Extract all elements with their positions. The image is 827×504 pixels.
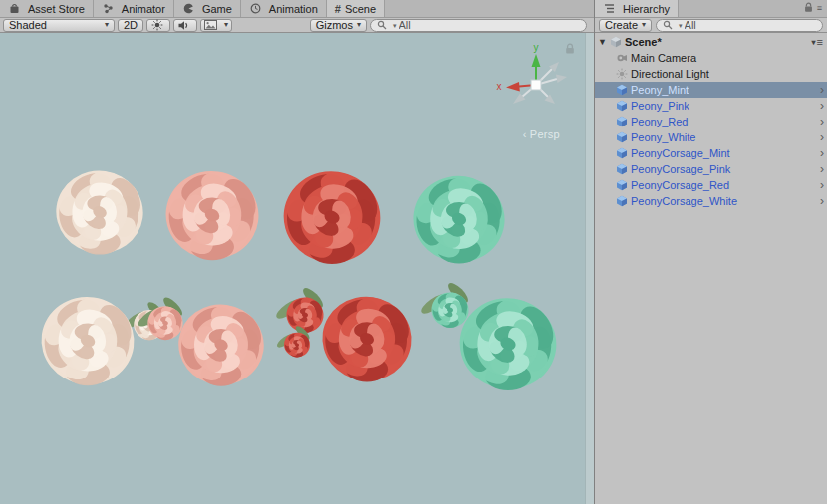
prefab-cube-icon — [615, 116, 628, 127]
gizmo-center-cube[interactable] — [531, 80, 541, 90]
tab-animator[interactable]: Animator — [94, 0, 174, 17]
tab-label: Asset Store — [28, 3, 85, 15]
game-icon — [182, 3, 195, 15]
search-icon — [375, 19, 388, 31]
toggle-2d-label: 2D — [124, 19, 138, 31]
tab-label: Scene — [345, 3, 376, 15]
hierarchy-item-label: PeonyCorsage_Pink — [631, 163, 730, 175]
hierarchy-item-peony-white[interactable]: Peony_White › — [595, 129, 827, 145]
hierarchy-item-label: Directional Light — [631, 68, 709, 80]
scene-audio-button[interactable] — [173, 19, 197, 32]
prefab-cube-icon — [615, 179, 628, 191]
chevron-down-icon: ▾ — [224, 21, 228, 29]
scene-tabbar: Asset Store Animator Game Animation — [0, 0, 594, 18]
scene-root-row[interactable]: ▼ Scene* ▾ ≡ — [595, 34, 827, 50]
hierarchy-item-peony-red[interactable]: Peony_Red › — [595, 114, 827, 129]
hierarchy-tree: ▼ Scene* ▾ ≡ Main Camera — [595, 33, 827, 504]
hierarchy-tab-controls: ≡ — [799, 0, 827, 17]
tab-game[interactable]: Game — [174, 0, 241, 17]
hierarchy-item-peonycorsage-mint[interactable]: PeonyCorsage_Mint › — [595, 145, 827, 161]
tab-label: Animation — [269, 3, 318, 15]
prefab-chevron-icon[interactable]: › — [820, 147, 824, 159]
speaker-icon — [177, 19, 190, 31]
tab-label: Game — [202, 3, 232, 15]
tab-hierarchy[interactable]: Hierarchy — [595, 0, 679, 17]
prefab-cube-icon — [615, 131, 628, 143]
prefab-chevron-icon[interactable]: › — [820, 163, 824, 175]
light-icon — [615, 68, 628, 80]
tab-scene[interactable]: # Scene — [327, 0, 385, 17]
gizmo-x-label: x — [497, 81, 502, 92]
hierarchy-item-main-camera[interactable]: Main Camera — [595, 50, 827, 66]
shading-mode-dropdown[interactable]: Shaded ▾ — [3, 19, 115, 32]
gizmo-y-cone[interactable] — [532, 54, 541, 67]
hierarchy-item-peonycorsage-white[interactable]: PeonyCorsage_White › — [595, 193, 827, 209]
hierarchy-item-label: PeonyCorsage_Red — [631, 179, 729, 191]
hierarchy-item-peony-pink[interactable]: Peony_Pink › — [595, 98, 827, 114]
foldout-open-icon[interactable]: ▼ — [598, 37, 609, 47]
hierarchy-search-field[interactable]: ▾ — [656, 19, 823, 32]
gizmo-y-label: y — [534, 42, 539, 53]
scene-search-field[interactable]: ▾ — [370, 19, 587, 32]
toggle-2d-button[interactable]: 2D — [118, 19, 143, 32]
chevron-down-icon: ▾ — [642, 21, 646, 29]
prefab-cube-icon — [615, 163, 628, 175]
prefab-chevron-icon[interactable]: › — [820, 195, 824, 207]
asset-store-icon — [8, 3, 21, 15]
hierarchy-item-peony-mint[interactable]: Peony_Mint › — [595, 82, 827, 98]
prefab-cube-icon — [615, 147, 628, 159]
prefab-chevron-icon[interactable]: › — [820, 84, 824, 96]
scene-hash-icon: # — [335, 3, 341, 15]
prefab-cube-icon — [615, 195, 628, 207]
tab-animation[interactable]: Animation — [241, 0, 327, 17]
create-label: Create — [605, 19, 638, 31]
prefab-chevron-icon[interactable]: › — [820, 100, 824, 112]
perspective-toggle[interactable]: ‹Persp — [523, 128, 560, 140]
hierarchy-toolbar: Create ▾ ▾ — [595, 18, 827, 33]
prefab-chevron-icon[interactable]: › — [820, 179, 824, 191]
gizmos-dropdown[interactable]: Gizmos ▾ — [310, 19, 367, 32]
shading-mode-label: Shaded — [9, 19, 47, 31]
scene-viewport[interactable]: y x ‹Persp — [0, 33, 594, 504]
chevron-down-icon: ▾ — [357, 21, 361, 29]
hierarchy-item-directional-light[interactable]: Directional Light — [595, 66, 827, 82]
scene-toolbar: Shaded ▾ 2D ▾ — [0, 18, 594, 33]
prefab-chevron-icon[interactable]: › — [820, 131, 824, 143]
hierarchy-item-peonycorsage-red[interactable]: PeonyCorsage_Red › — [595, 177, 827, 193]
scene-search-input[interactable] — [399, 19, 580, 31]
search-filter-caret-icon[interactable]: ▾ — [393, 22, 397, 29]
viewport-lock-icon[interactable] — [565, 43, 575, 57]
panel-menu-icon[interactable]: ≡ — [817, 4, 822, 13]
chevron-down-icon: ▾ — [812, 38, 816, 47]
search-icon — [661, 19, 674, 31]
panel-lock-icon[interactable] — [804, 2, 813, 15]
scene-options-button[interactable]: ▾ ≡ — [812, 36, 823, 48]
tab-asset-store[interactable]: Asset Store — [0, 0, 94, 17]
tabbar-spacer — [385, 0, 594, 17]
menu-icon: ≡ — [817, 36, 823, 48]
hierarchy-list-icon — [603, 3, 616, 15]
hierarchy-item-label: Peony_Red — [631, 116, 689, 127]
camera-icon — [615, 52, 628, 64]
gizmo-x-cone[interactable] — [506, 82, 520, 92]
image-icon — [204, 19, 217, 31]
hierarchy-item-label: Peony_Pink — [631, 100, 689, 112]
animator-icon — [102, 3, 115, 15]
create-button[interactable]: Create ▾ — [599, 19, 652, 32]
prefab-chevron-icon[interactable]: › — [820, 116, 824, 127]
hierarchy-search-input[interactable] — [685, 19, 816, 31]
hierarchy-item-label: Main Camera — [631, 52, 696, 64]
search-filter-caret-icon[interactable]: ▾ — [679, 22, 683, 29]
scene-effects-dropdown[interactable]: ▾ — [200, 19, 232, 32]
tab-label: Hierarchy — [623, 3, 670, 15]
prefab-cube-icon — [615, 100, 628, 112]
scene-vertical-scrollbar[interactable] — [585, 33, 594, 504]
gizmos-label: Gizmos — [316, 19, 353, 31]
hierarchy-item-label: PeonyCorsage_White — [631, 195, 737, 207]
scene-root-label: Scene* — [625, 36, 662, 48]
hierarchy-item-label: Peony_Mint — [631, 84, 689, 96]
persp-arrow-icon: ‹ — [523, 128, 527, 140]
scene-panel: Asset Store Animator Game Animation — [0, 0, 595, 504]
hierarchy-item-peonycorsage-pink[interactable]: PeonyCorsage_Pink › — [595, 161, 827, 177]
scene-lighting-button[interactable] — [146, 19, 170, 32]
